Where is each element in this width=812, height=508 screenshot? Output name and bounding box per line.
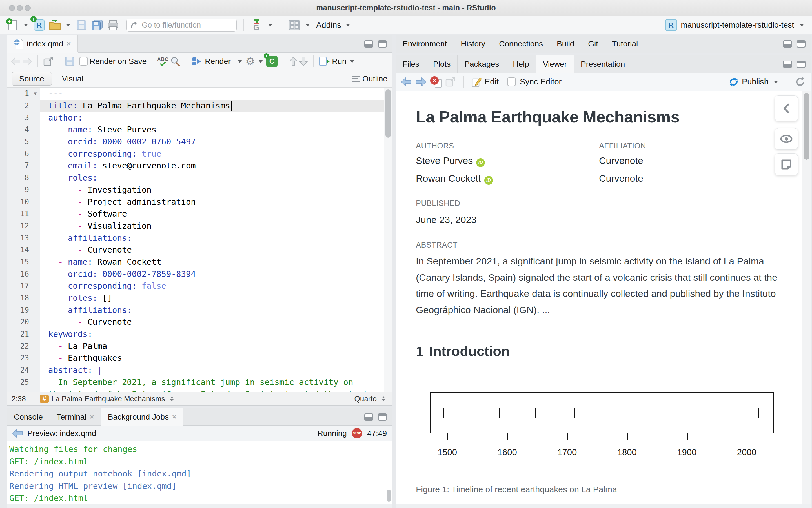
tab-plots[interactable]: Plots xyxy=(426,55,457,73)
source-mode-button[interactable]: Source xyxy=(11,72,52,86)
orcid-icon[interactable]: iD xyxy=(476,158,485,167)
tab-build[interactable]: Build xyxy=(550,35,581,53)
code-line[interactable]: 25 In September 2021, a significant jump… xyxy=(7,376,392,388)
spellcheck-button[interactable]: ABC xyxy=(157,57,168,66)
tab-git[interactable]: Git xyxy=(581,35,605,53)
tab-viewer[interactable]: Viewer xyxy=(536,55,574,73)
tab-background-jobs[interactable]: Background Jobs× xyxy=(101,408,184,425)
fold-arrow-icon[interactable]: ▼ xyxy=(30,88,40,100)
code-line[interactable]: 20 - Curvenote xyxy=(7,316,392,328)
addins-menu[interactable]: Addins xyxy=(316,20,341,30)
maximize-pane-icon[interactable] xyxy=(797,60,806,68)
viewer-scrollbar-thumb[interactable] xyxy=(804,93,809,160)
tab-history[interactable]: History xyxy=(454,35,492,53)
render-on-save-checkbox[interactable] xyxy=(79,57,88,66)
code-line[interactable]: 18 roles: [] xyxy=(7,292,392,304)
version-control-dropdown[interactable] xyxy=(268,24,273,27)
code-line[interactable]: 24abstract: | xyxy=(7,364,392,376)
go-next-section-icon[interactable] xyxy=(299,56,308,66)
code-line[interactable]: the island of La Palma (Canary Islands, … xyxy=(7,388,392,392)
viewer-popout-icon[interactable] xyxy=(445,77,456,87)
tab-files[interactable]: Files xyxy=(396,55,426,73)
tab-environment[interactable]: Environment xyxy=(396,35,454,53)
code-line[interactable]: 23 - Earthquakes xyxy=(7,352,392,364)
code-line[interactable]: 10 - Project administration xyxy=(7,196,392,208)
gear-icon[interactable]: ⚙ xyxy=(245,55,255,68)
close-window-button[interactable] xyxy=(9,5,15,11)
forward-icon[interactable] xyxy=(22,57,32,66)
popout-icon[interactable] xyxy=(43,56,53,66)
code-line[interactable]: 4 - name: Steve Purves xyxy=(7,124,392,136)
clear-viewer-button[interactable]: × xyxy=(430,76,442,88)
render-dropdown[interactable] xyxy=(238,60,242,63)
publish-dropdown[interactable] xyxy=(774,81,778,83)
tab-presentation[interactable]: Presentation xyxy=(574,55,632,73)
project-selector[interactable]: R manuscript-template-rstudio-test xyxy=(665,19,806,31)
code-line[interactable]: 12 - Visualization xyxy=(7,220,392,232)
viewer-scrollbar[interactable] xyxy=(802,91,811,504)
code-line[interactable]: 21keywords: xyxy=(7,328,392,340)
tab-connections[interactable]: Connections xyxy=(492,35,550,53)
minimize-pane-icon[interactable] xyxy=(783,60,792,68)
code-line[interactable]: 5 orcid: 0000-0002-0760-5497 xyxy=(7,136,392,148)
code-line[interactable]: 11 - Software xyxy=(7,208,392,220)
code-line[interactable]: 17 corresponding: false xyxy=(7,280,392,292)
refresh-icon[interactable] xyxy=(795,77,806,87)
print-button[interactable] xyxy=(107,18,119,32)
maximize-pane-icon[interactable] xyxy=(378,40,387,48)
annotate-button[interactable] xyxy=(775,154,798,175)
code-line[interactable]: 15 - name: Rowan Cockett xyxy=(7,256,392,268)
version-control-button[interactable]: G xyxy=(250,18,263,32)
outline-toggle[interactable]: Outline xyxy=(352,74,388,83)
minimize-pane-icon[interactable] xyxy=(364,413,373,421)
code-line[interactable]: 14 - Curvenote xyxy=(7,244,392,256)
go-previous-section-icon[interactable] xyxy=(289,56,297,66)
publish-button[interactable]: Publish xyxy=(728,77,769,87)
new-project-button[interactable]: R+ xyxy=(33,18,46,32)
tab-tutorial[interactable]: Tutorial xyxy=(605,35,645,53)
editor-scrollbar-thumb[interactable] xyxy=(385,89,391,138)
code-line[interactable]: 9 - Investigation xyxy=(7,184,392,196)
code-line[interactable]: 19 affiliations: xyxy=(7,304,392,316)
code-line[interactable]: 7 email: steve@curvenote.com xyxy=(7,160,392,172)
section-spinner-icon[interactable] xyxy=(170,396,173,401)
workspace-panes-button[interactable] xyxy=(288,18,301,32)
stop-job-button[interactable]: STOP xyxy=(352,428,362,438)
edit-button[interactable]: Edit xyxy=(472,77,499,87)
tab-help[interactable]: Help xyxy=(506,55,536,73)
code-line[interactable]: 22 - La Palma xyxy=(7,340,392,352)
back-icon[interactable] xyxy=(11,57,21,66)
viewer-back-icon[interactable] xyxy=(401,77,412,86)
zoom-window-button[interactable] xyxy=(25,5,31,11)
collapse-panel-button[interactable] xyxy=(775,95,798,121)
orcid-icon[interactable]: iD xyxy=(484,176,493,185)
settings-dropdown[interactable] xyxy=(258,60,263,63)
code-line[interactable]: 6 corresponding: true xyxy=(7,147,392,160)
code-line[interactable]: 13 affiliations: xyxy=(7,232,392,244)
file-type-label[interactable]: Quarto xyxy=(355,394,377,403)
visual-mode-button[interactable]: Visual xyxy=(55,72,91,85)
open-recent-dropdown[interactable] xyxy=(66,24,71,27)
save-button[interactable] xyxy=(75,18,88,32)
goto-file-input[interactable]: Go to file/function xyxy=(126,18,237,32)
addins-dropdown[interactable] xyxy=(346,24,350,27)
tab-terminal[interactable]: Terminal× xyxy=(50,408,101,425)
minimize-pane-icon[interactable] xyxy=(364,40,373,48)
run-button[interactable]: Run xyxy=(319,57,346,66)
save-all-button[interactable] xyxy=(91,18,104,32)
code-editor[interactable]: 1▼---2title: La Palma Earthquake Mechani… xyxy=(7,88,392,392)
minimize-pane-icon[interactable] xyxy=(783,40,792,48)
job-log[interactable]: Watching files for changesGET: /index.ht… xyxy=(7,441,392,504)
render-button[interactable]: Render xyxy=(192,57,231,66)
panes-dropdown[interactable] xyxy=(306,24,310,27)
run-dropdown[interactable] xyxy=(350,60,355,63)
back-icon[interactable] xyxy=(12,429,23,438)
close-tab-icon[interactable]: × xyxy=(90,413,94,421)
maximize-pane-icon[interactable] xyxy=(797,40,806,48)
code-line[interactable]: 16 orcid: 0000-0002-7859-8394 xyxy=(7,268,392,280)
visibility-button[interactable] xyxy=(775,128,798,150)
tab-console[interactable]: Console xyxy=(7,408,50,425)
search-icon[interactable] xyxy=(170,56,180,67)
section-breadcrumb[interactable]: La Palma Earthquake Mechanisms xyxy=(51,394,165,403)
console-scrollbar-thumb[interactable] xyxy=(387,490,391,502)
